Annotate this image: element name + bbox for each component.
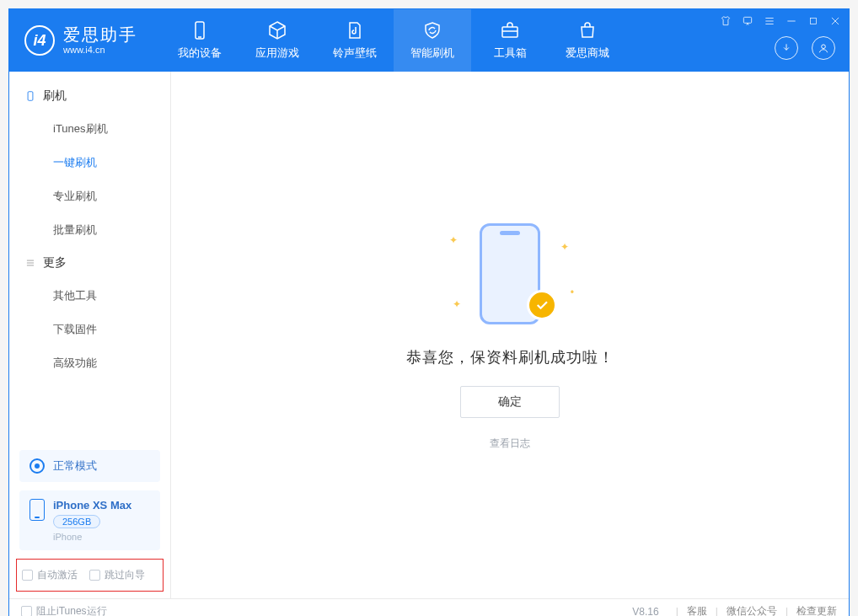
phone-icon	[24, 90, 36, 102]
statusbar: 阻止iTunes运行 V8.16 | 客服 | 微信公众号 | 检查更新	[9, 598, 849, 616]
ok-button[interactable]: 确定	[460, 386, 560, 418]
nav-smart-flash[interactable]: 智能刷机	[394, 9, 471, 72]
checkbox-block-itunes[interactable]: 阻止iTunes运行	[21, 604, 107, 616]
refresh-shield-icon	[422, 20, 442, 40]
nav-my-device[interactable]: 我的设备	[161, 9, 239, 72]
app-title: 爱思助手	[63, 24, 137, 45]
logo-icon: i4	[24, 25, 55, 56]
titlebar: i4 爱思助手 www.i4.cn 我的设备 应用游戏 铃声壁纸 智能刷机	[9, 9, 849, 72]
sparkle-icon: ✦	[453, 298, 461, 310]
nav-store[interactable]: 爱思商城	[549, 9, 626, 72]
body: 刷机 iTunes刷机 一键刷机 专业刷机 批量刷机 更多 其他工具 下载固件 …	[9, 72, 849, 598]
sidebar-group-flash[interactable]: 刷机	[9, 80, 170, 112]
separator: |	[716, 606, 718, 617]
device-card[interactable]: iPhone XS Max 256GB iPhone	[19, 490, 160, 550]
device-capacity: 256GB	[53, 515, 100, 528]
sidebar-item-batch-flash[interactable]: 批量刷机	[9, 213, 170, 247]
nav-label: 铃声壁纸	[333, 46, 377, 61]
check-update-link[interactable]: 检查更新	[796, 604, 837, 616]
nav-label: 智能刷机	[410, 46, 454, 61]
app-logo: i4 爱思助手 www.i4.cn	[9, 9, 153, 72]
success-illustration: ✦ ✦ ✦ •	[434, 219, 586, 329]
checkbox-icon	[22, 570, 33, 581]
checkbox-icon	[89, 570, 100, 581]
sidebar: 刷机 iTunes刷机 一键刷机 专业刷机 批量刷机 更多 其他工具 下载固件 …	[9, 72, 171, 598]
sidebar-item-advanced[interactable]: 高级功能	[9, 346, 170, 380]
device-icon	[190, 20, 210, 40]
phone-outline-icon	[29, 499, 45, 521]
mode-label: 正常模式	[53, 458, 97, 474]
nav-label: 我的设备	[178, 46, 222, 61]
separator: |	[786, 606, 788, 617]
sidebar-item-pro-flash[interactable]: 专业刷机	[9, 179, 170, 213]
group-label: 刷机	[43, 88, 67, 104]
wechat-link[interactable]: 微信公众号	[727, 604, 777, 616]
checkbox-label: 跳过向导	[105, 568, 145, 582]
user-button[interactable]	[812, 36, 835, 60]
sparkle-icon: ✦	[449, 234, 458, 246]
download-button[interactable]	[775, 36, 798, 60]
success-message: 恭喜您，保资料刷机成功啦！	[406, 347, 614, 367]
device-name: iPhone XS Max	[53, 499, 131, 512]
checkbox-skip-guide[interactable]: 跳过向导	[89, 568, 145, 582]
nav-apps-games[interactable]: 应用游戏	[239, 9, 316, 72]
checkbox-label: 自动激活	[37, 568, 78, 582]
view-log-link[interactable]: 查看日志	[490, 437, 530, 451]
sidebar-group-more[interactable]: 更多	[9, 247, 170, 279]
top-nav: 我的设备 应用游戏 铃声壁纸 智能刷机 工具箱 爱思商城	[161, 9, 626, 72]
nav-label: 工具箱	[494, 46, 527, 61]
sparkle-icon: •	[571, 287, 574, 298]
sidebar-item-itunes-flash[interactable]: iTunes刷机	[9, 112, 170, 146]
checkbox-icon	[21, 606, 32, 616]
main-content: ✦ ✦ ✦ • 恭喜您，保资料刷机成功啦！ 确定 查看日志	[171, 72, 849, 598]
window-controls	[719, 14, 842, 28]
support-link[interactable]: 客服	[687, 604, 707, 616]
list-icon	[24, 257, 36, 269]
check-badge-icon	[527, 290, 557, 320]
menu-icon[interactable]	[763, 14, 776, 28]
mode-icon	[29, 458, 45, 474]
mode-card[interactable]: 正常模式	[19, 450, 160, 482]
feedback-icon[interactable]	[741, 14, 754, 28]
nav-ringtone-wallpaper[interactable]: 铃声壁纸	[316, 9, 394, 72]
header-actions	[775, 36, 835, 60]
close-button[interactable]	[829, 14, 842, 28]
sidebar-item-other-tools[interactable]: 其他工具	[9, 279, 170, 313]
svg-point-11	[822, 45, 826, 49]
nav-toolbox[interactable]: 工具箱	[471, 9, 549, 72]
svg-rect-8	[811, 19, 817, 24]
maximize-button[interactable]	[807, 14, 820, 28]
cube-icon	[267, 20, 287, 40]
options-highlight-box: 自动激活 跳过向导	[16, 559, 164, 592]
svg-rect-2	[502, 27, 517, 37]
music-file-icon	[345, 20, 365, 40]
toolbox-icon	[500, 20, 520, 40]
tshirt-icon[interactable]	[719, 14, 732, 28]
svg-rect-0	[196, 22, 204, 39]
version-label: V8.16	[632, 606, 658, 617]
nav-label: 爱思商城	[566, 46, 609, 61]
device-type: iPhone	[53, 532, 131, 542]
checkbox-label: 阻止iTunes运行	[36, 604, 107, 616]
minimize-button[interactable]	[785, 14, 798, 28]
sidebar-item-download-firmware[interactable]: 下载固件	[9, 313, 170, 346]
app-window: i4 爱思助手 www.i4.cn 我的设备 应用游戏 铃声壁纸 智能刷机	[8, 8, 850, 616]
bag-icon	[577, 20, 598, 40]
nav-label: 应用游戏	[255, 46, 299, 61]
app-subtitle: www.i4.cn	[63, 45, 137, 56]
checkbox-auto-activate[interactable]: 自动激活	[22, 568, 78, 582]
sidebar-bottom: 正常模式 iPhone XS Max 256GB iPhone	[9, 443, 170, 559]
separator: |	[676, 606, 678, 617]
sidebar-item-oneclick-flash[interactable]: 一键刷机	[9, 146, 170, 179]
group-label: 更多	[43, 255, 67, 271]
svg-rect-3	[743, 17, 751, 23]
sparkle-icon: ✦	[560, 241, 569, 253]
svg-rect-12	[28, 92, 33, 101]
